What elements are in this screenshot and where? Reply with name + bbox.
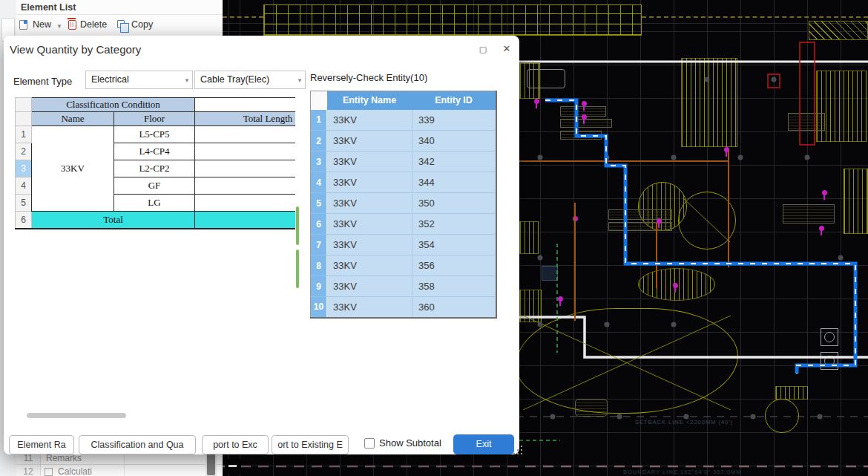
- boundary-line-text: BOUNDARY LINE 192°54'0" 367.0MM: [623, 469, 742, 475]
- group-header: Classification Condition: [32, 98, 195, 112]
- entity-row[interactable]: 4 33KV 344: [311, 172, 496, 193]
- quantity-cell[interactable]: [195, 195, 296, 212]
- copy-button[interactable]: Copy: [131, 19, 153, 30]
- table-row[interactable]: 1 33KV L5-CP5: [16, 126, 296, 143]
- entity-id-header[interactable]: Entity ID: [412, 91, 496, 110]
- entity-name-cell[interactable]: 33KV: [327, 297, 412, 318]
- floor-cell[interactable]: L4-CP4: [114, 143, 195, 160]
- chevron-down-icon[interactable]: ▼: [56, 23, 62, 30]
- show-subtotal-checkbox[interactable]: [364, 438, 375, 449]
- reverse-check-label: Reversely-Check Entity(10): [310, 72, 427, 83]
- entity-id-cell[interactable]: 344: [412, 172, 496, 193]
- entity-row[interactable]: 7 33KV 354: [311, 235, 496, 255]
- view-quantity-dialog: View Quantity by Category ▢ ✕ Element Ty…: [4, 36, 519, 454]
- quantity-cell[interactable]: [195, 126, 296, 143]
- setback-line-text: SETBACK LINE <2200MM (40'): [635, 419, 733, 426]
- col-header-quantity: Total Length o: [195, 112, 296, 126]
- entity-row-number[interactable]: 1: [311, 110, 327, 131]
- entity-row[interactable]: 2 33KV 340: [311, 131, 496, 151]
- col-header-name: Name: [32, 112, 114, 126]
- close-icon[interactable]: ✕: [499, 43, 514, 56]
- panel-title: Element List: [16, 0, 223, 15]
- property-row-label: Calculati: [58, 466, 92, 476]
- new-document-icon: [19, 20, 27, 30]
- entity-id-cell[interactable]: 342: [412, 151, 496, 172]
- entity-name-cell[interactable]: 33KV: [327, 172, 412, 193]
- entity-row-number[interactable]: 5: [311, 193, 327, 214]
- splitter-handle[interactable]: [296, 206, 299, 245]
- entity-row-number[interactable]: 3: [311, 151, 327, 172]
- category-dropdown[interactable]: Electrical ▼: [85, 71, 193, 89]
- name-cell[interactable]: 33KV: [32, 126, 114, 212]
- classification-table: Classification Condition Name Floor Tota…: [15, 97, 295, 229]
- entity-id-cell[interactable]: 356: [412, 255, 496, 276]
- splitter-handle[interactable]: [296, 250, 299, 288]
- chevron-down-icon: ▼: [184, 77, 190, 84]
- element-type-dropdown-value: Cable Tray(Elec): [200, 74, 269, 85]
- entity-id-cell[interactable]: 339: [412, 110, 496, 131]
- entity-name-cell[interactable]: 33KV: [327, 235, 412, 255]
- floor-cell[interactable]: L5-CP5: [114, 126, 195, 143]
- element-type-dropdown[interactable]: Cable Tray(Elec) ▼: [194, 71, 306, 89]
- floor-cell[interactable]: LG: [114, 195, 195, 212]
- dialog-title: View Quantity by Category: [10, 43, 141, 56]
- entity-id-cell[interactable]: 340: [412, 131, 496, 151]
- quantity-cell[interactable]: [195, 160, 296, 177]
- resize-grip[interactable]: [513, 446, 524, 456]
- entity-row[interactable]: 1 33KV 339: [311, 110, 496, 131]
- export-to-existing-excel-button[interactable]: ort to Existing E: [272, 435, 349, 454]
- entity-row-number[interactable]: 10: [311, 297, 327, 318]
- export-to-excel-button[interactable]: port to Exc: [202, 435, 269, 454]
- quantity-cell[interactable]: [195, 177, 296, 195]
- copy-icon: [117, 20, 125, 28]
- property-row-label: Remarks: [46, 453, 82, 463]
- total-row[interactable]: 6 Total: [16, 212, 296, 229]
- col-header-floor: Floor: [114, 112, 195, 126]
- total-quantity-cell[interactable]: [195, 212, 296, 229]
- entity-row-number[interactable]: 2: [311, 131, 327, 151]
- maximize-icon[interactable]: ▢: [476, 43, 490, 56]
- entity-row[interactable]: 8 33KV 356: [311, 255, 496, 276]
- element-range-button[interactable]: Element Ra: [9, 435, 74, 454]
- chevron-down-icon: ▼: [297, 77, 303, 84]
- entity-id-cell[interactable]: 354: [412, 235, 496, 255]
- entity-row[interactable]: 5 33KV 350: [311, 193, 496, 214]
- entity-name-cell[interactable]: 33KV: [327, 151, 412, 172]
- entity-row-number[interactable]: 8: [311, 255, 327, 276]
- entity-id-cell[interactable]: 352: [412, 214, 496, 235]
- entity-row[interactable]: 9 33KV 358: [311, 276, 496, 297]
- entity-name-header[interactable]: Entity Name: [327, 91, 412, 110]
- entity-id-cell[interactable]: 358: [412, 276, 496, 297]
- property-row-calculation[interactable]: 12 Calculati: [16, 465, 223, 476]
- entity-name-cell[interactable]: 33KV: [327, 214, 412, 235]
- highlighted-cable-route-dashes: [545, 100, 855, 374]
- show-subtotal-label: Show Subtotal: [379, 437, 441, 449]
- floor-cell[interactable]: GF: [114, 177, 195, 195]
- delete-button[interactable]: Delete: [80, 19, 107, 30]
- total-label-cell[interactable]: Total: [32, 212, 195, 229]
- classification-quantity-button[interactable]: Classification and Qua: [79, 435, 196, 454]
- entity-row-number[interactable]: 9: [311, 276, 327, 297]
- entity-name-cell[interactable]: 33KV: [327, 255, 412, 276]
- entity-name-cell[interactable]: 33KV: [327, 131, 412, 151]
- floor-cell[interactable]: L2-CP2: [114, 160, 195, 177]
- element-type-label: Element Type: [13, 76, 72, 87]
- entity-id-cell[interactable]: 360: [412, 297, 496, 318]
- entity-row-number[interactable]: 6: [311, 214, 327, 235]
- entity-name-cell[interactable]: 33KV: [327, 110, 412, 131]
- entity-row-number[interactable]: 7: [311, 235, 327, 255]
- entity-name-cell[interactable]: 33KV: [327, 276, 412, 297]
- entity-row-number[interactable]: 4: [311, 172, 327, 193]
- exit-button[interactable]: Exit: [453, 434, 514, 454]
- entity-row[interactable]: 6 33KV 352: [311, 214, 496, 235]
- entity-row[interactable]: 3 33KV 342: [311, 151, 496, 172]
- entity-row[interactable]: 10 33KV 360: [311, 297, 496, 318]
- new-button[interactable]: New: [33, 19, 51, 30]
- cad-ucs-box: [225, 459, 241, 474]
- entity-id-cell[interactable]: 350: [412, 193, 496, 214]
- highlighted-cable-route: [545, 100, 855, 374]
- checkbox[interactable]: [45, 468, 53, 476]
- quantity-cell[interactable]: [195, 143, 296, 160]
- entity-name-cell[interactable]: 33KV: [327, 193, 412, 214]
- horizontal-scrollbar-thumb[interactable]: [27, 413, 126, 418]
